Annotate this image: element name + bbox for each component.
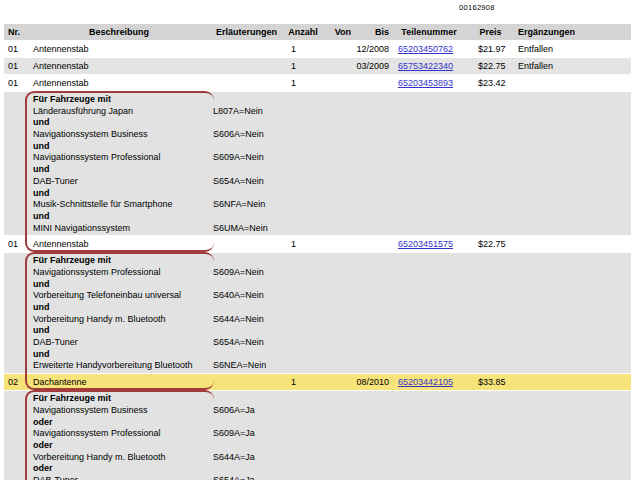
cell-preis: $22.75 — [467, 236, 514, 252]
condition-line: und — [4, 349, 631, 361]
condition-line: Erweiterte Handyvorbereitung BluetoothS6… — [4, 360, 631, 372]
cell-anzahl: 1 — [283, 236, 323, 252]
condition-line: und — [4, 302, 631, 314]
cell-preis: $23.42 — [467, 75, 514, 91]
cell-nr: 01 — [4, 58, 28, 74]
cell-ergaenzungen — [514, 374, 631, 390]
cell-teilenummer: 65753422340 — [391, 58, 467, 74]
col-header-nr: Nr. — [4, 24, 28, 40]
part-row: 01 Antennenstab 1 03/2009 65753422340 $2… — [4, 58, 631, 74]
part-row: 01 Antennenstab 1 12/2008 65203450762 $2… — [4, 41, 631, 57]
cell-bis — [353, 75, 391, 91]
col-header-anzahl: Anzahl — [283, 24, 323, 40]
part-row: 01 Antennenstab 1 65203453893 $23.42 — [4, 75, 631, 91]
part-number-link[interactable]: 65203451575 — [398, 239, 453, 249]
cell-von — [323, 374, 353, 390]
condition-line: Navigationssystem ProfessionalS609A=Nein — [4, 267, 631, 279]
cell-teilenummer: 65203451575 — [391, 236, 467, 252]
cell-teilenummer: 65203442105 — [391, 374, 467, 390]
condition-line: Länderausführung JapanL807A=Nein — [4, 106, 631, 118]
part-number-link[interactable]: 65753422340 — [398, 61, 453, 71]
cell-preis: $22.75 — [467, 58, 514, 74]
condition-line: Navigationssystem ProfessionalS609A=Ja — [4, 428, 631, 440]
condition-block: Für Fahrzeuge mit Navigationssystem Busi… — [4, 391, 631, 480]
cell-preis: $33.85 — [467, 374, 514, 390]
cell-teilenummer: 65203450762 — [391, 41, 467, 57]
cell-nr: 01 — [4, 41, 28, 57]
cell-erlaeuterungen — [210, 236, 283, 252]
condition-line: DAB-TunerS654A=Ja — [4, 475, 631, 480]
part-number-link[interactable]: 65203450762 — [398, 44, 453, 54]
cell-ergaenzungen: Entfallen — [514, 58, 631, 74]
cell-anzahl: 1 — [283, 374, 323, 390]
col-header-bis: Bis — [353, 24, 391, 40]
cell-anzahl: 1 — [283, 75, 323, 91]
cell-preis: $21.97 — [467, 41, 514, 57]
condition-line: oder — [4, 440, 631, 452]
condition-block: Für Fahrzeuge mit Länderausführung Japan… — [4, 92, 631, 235]
condition-group: Für Fahrzeuge mit Navigationssystem Prof… — [4, 253, 631, 390]
condition-line: Vorbereitung Handy m. BluetoothS644A=Ja — [4, 452, 631, 464]
cell-von — [323, 58, 353, 74]
part-number-link[interactable]: 65203442105 — [398, 377, 453, 387]
cell-von — [323, 41, 353, 57]
condition-line: oder — [4, 463, 631, 475]
part-number-link[interactable]: 65203453893 — [398, 78, 453, 88]
condition-line: und — [4, 211, 631, 223]
cell-bis — [353, 236, 391, 252]
cell-nr: 01 — [4, 236, 28, 252]
condition-line: Navigationssystem BusinessS606A=Nein — [4, 129, 631, 141]
col-header-preis: Preis — [467, 24, 514, 40]
col-header-ergaenzungen: Ergänzungen — [514, 24, 631, 40]
condition-line: Für Fahrzeuge mit — [4, 393, 631, 405]
cell-von — [323, 75, 353, 91]
col-header-erlaeuterungen: Erläuterungen — [210, 24, 283, 40]
cell-anzahl: 1 — [283, 58, 323, 74]
cell-ergaenzungen: Entfallen — [514, 41, 631, 57]
condition-line: oder — [4, 417, 631, 429]
col-header-teilenummer: Teilenummer — [391, 24, 467, 40]
cell-ergaenzungen — [514, 236, 631, 252]
cell-beschreibung: Dachantenne — [28, 374, 210, 390]
col-header-beschreibung: Beschreibung — [28, 24, 210, 40]
condition-line: MINI NavigationssystemS6UMA=Nein — [4, 223, 631, 235]
col-header-von: Von — [323, 24, 353, 40]
table-header-row: Nr. Beschreibung Erläuterungen Anzahl Vo… — [4, 24, 631, 40]
cell-bis: 03/2009 — [353, 58, 391, 74]
cell-bis: 08/2010 — [353, 374, 391, 390]
cell-bis: 12/2008 — [353, 41, 391, 57]
condition-line: Navigationssystem ProfessionalS609A=Nein — [4, 152, 631, 164]
condition-line: und — [4, 325, 631, 337]
condition-group: Für Fahrzeuge mit Navigationssystem Busi… — [4, 391, 631, 480]
condition-line: DAB-TunerS654A=Nein — [4, 176, 631, 188]
cell-nr: 02 — [4, 374, 28, 390]
condition-line: Vorbereitung Handy m. BluetoothS644A=Nei… — [4, 314, 631, 326]
condition-line: und — [4, 188, 631, 200]
condition-line: und — [4, 164, 631, 176]
document-number: 00162908 — [459, 3, 495, 12]
cell-beschreibung: Antennenstab — [28, 236, 210, 252]
cell-beschreibung: Antennenstab — [28, 75, 210, 91]
condition-line: und — [4, 279, 631, 291]
cell-erlaeuterungen — [210, 41, 283, 57]
part-row-highlighted: 02 Dachantenne 1 08/2010 65203442105 $33… — [4, 374, 631, 390]
cell-erlaeuterungen — [210, 58, 283, 74]
condition-line: und — [4, 117, 631, 129]
cell-beschreibung: Antennenstab — [28, 58, 210, 74]
cell-nr: 01 — [4, 75, 28, 91]
condition-line: und — [4, 141, 631, 153]
parts-table: Nr. Beschreibung Erläuterungen Anzahl Vo… — [4, 24, 631, 480]
condition-line: Musik-Schnittstelle für SmartphoneS6NFA=… — [4, 199, 631, 211]
cell-erlaeuterungen — [210, 75, 283, 91]
condition-block: Für Fahrzeuge mit Navigationssystem Prof… — [4, 253, 631, 373]
condition-line: Für Fahrzeuge mit — [4, 94, 631, 106]
condition-group: Für Fahrzeuge mit Länderausführung Japan… — [4, 92, 631, 252]
cell-von — [323, 236, 353, 252]
part-row: 01 Antennenstab 1 65203451575 $22.75 — [4, 236, 631, 252]
cell-anzahl: 1 — [283, 41, 323, 57]
cell-teilenummer: 65203453893 — [391, 75, 467, 91]
cell-ergaenzungen — [514, 75, 631, 91]
condition-line: Navigationssystem BusinessS606A=Ja — [4, 405, 631, 417]
cell-beschreibung: Antennenstab — [28, 41, 210, 57]
condition-line: Vorbereitung Telefoneinbau universalS640… — [4, 290, 631, 302]
